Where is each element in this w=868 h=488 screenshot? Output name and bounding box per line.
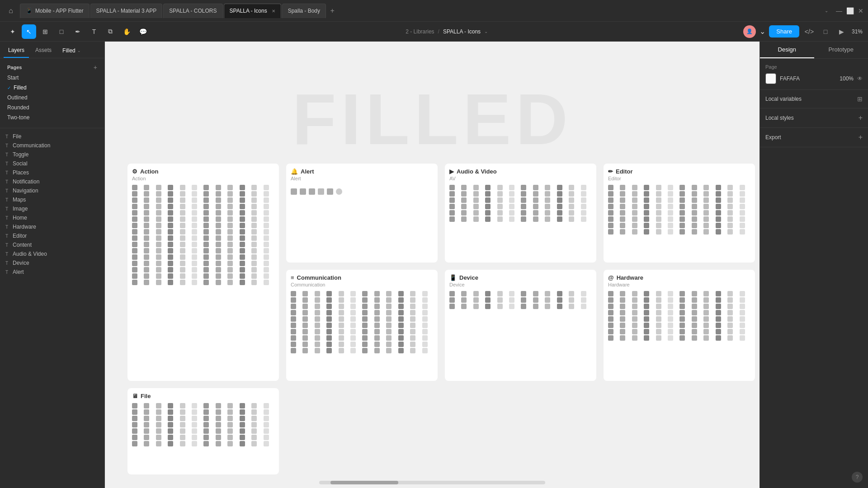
tab-icons[interactable]: SPALLA - Icons ✕ [224, 4, 281, 18]
icon-cell [168, 210, 173, 216]
icon-cell [679, 323, 685, 328]
select-tool[interactable]: ↖ [22, 24, 36, 39]
layer-home[interactable]: T Home [0, 213, 104, 222]
icon-cell [509, 304, 514, 309]
figma-menu-button[interactable]: ✦ [5, 24, 20, 39]
icon-cell [168, 229, 173, 235]
layer-audio-video[interactable]: T Audio & Video [0, 249, 104, 258]
tab-colors[interactable]: SPALLA - COLORS [163, 4, 222, 18]
page-color-swatch[interactable] [765, 73, 776, 84]
icon-cell [216, 229, 221, 235]
add-page-button[interactable]: + [94, 64, 97, 71]
component-tool[interactable]: ⧉ [103, 24, 118, 39]
tab-filled-filter[interactable]: Filled ⌄ [58, 46, 85, 57]
icon-cell [727, 223, 733, 228]
layer-places[interactable]: T Places [0, 168, 104, 177]
comment-tool[interactable]: 💬 [136, 24, 150, 39]
icon-cell [315, 310, 320, 315]
pen-tool[interactable]: ✒ [71, 24, 85, 39]
add-style-button[interactable]: + [859, 114, 863, 122]
shape-tool[interactable]: □ [54, 24, 69, 39]
page-two-tone[interactable]: Two-tone [4, 113, 101, 122]
minimize-button[interactable]: — [835, 7, 843, 14]
icon-cell [410, 316, 415, 322]
share-button[interactable]: Share [769, 25, 799, 38]
tab-mobile-app[interactable]: 📱 Mobile - APP Flutter [20, 4, 90, 18]
code-icon[interactable]: </> [803, 25, 816, 38]
horizontal-scrollbar[interactable] [319, 481, 545, 484]
tab-design[interactable]: Design [760, 42, 814, 58]
play-icon[interactable]: ▶ [835, 25, 848, 38]
hand-tool[interactable]: ✋ [119, 24, 134, 39]
variables-icon[interactable]: ⊞ [857, 95, 863, 103]
frame-tool[interactable]: ⊞ [38, 24, 52, 39]
icon-cell [703, 216, 709, 222]
help-button[interactable]: ? [852, 472, 863, 483]
layer-file[interactable]: T File [0, 132, 104, 141]
icon-cell [668, 191, 673, 197]
icon-cell [227, 273, 233, 279]
tab-material[interactable]: SPALLA - Material 3 APP [90, 4, 163, 18]
home-icon[interactable]: ⌂ [4, 4, 18, 18]
maximize-button[interactable]: ⬜ [846, 7, 854, 14]
communication-group: @ Hardware Hardware [604, 270, 755, 381]
alert-group: 🔔 Alert Alert [286, 164, 438, 263]
layer-communication[interactable]: T Communication [0, 141, 104, 150]
zoom-level[interactable]: 31% [852, 28, 863, 35]
close-icon[interactable]: ✕ [272, 9, 275, 14]
layer-content[interactable]: T Content [0, 240, 104, 249]
icon-cell [703, 297, 709, 303]
page-filled[interactable]: ✓ Filled [4, 83, 101, 93]
text-tool[interactable]: T [87, 24, 101, 39]
icon-cell [740, 310, 745, 315]
icon-cell [679, 216, 685, 222]
icon-cell [632, 310, 637, 315]
add-tab-button[interactable]: + [327, 5, 338, 16]
layer-editor[interactable]: T Editor [0, 231, 104, 240]
layer-hardware[interactable]: T Hardware [0, 222, 104, 231]
page-start[interactable]: Start [4, 73, 101, 83]
icon-cell [569, 291, 574, 296]
icon-cell [620, 323, 625, 328]
add-export-button[interactable]: + [859, 133, 863, 141]
layer-alert[interactable]: T Alert [0, 267, 104, 277]
layer-device[interactable]: T Device [0, 258, 104, 267]
icon-cell [300, 188, 306, 195]
layer-notification[interactable]: T Notification [0, 177, 104, 186]
present-icon[interactable]: □ [819, 25, 832, 38]
page-outlined[interactable]: Outlined [4, 93, 101, 103]
breadcrumb-libraries[interactable]: 2 - Libraries [406, 28, 434, 35]
icon-cell [509, 297, 514, 303]
icon-cell [132, 267, 137, 272]
tab-prototype[interactable]: Prototype [814, 42, 868, 58]
icon-cell [716, 204, 721, 209]
icon-cell [168, 428, 173, 434]
chevron-down-icon[interactable]: ⌄ [760, 27, 765, 36]
chevron-down-icon[interactable]: ⌄ [484, 29, 488, 34]
close-button[interactable]: ✕ [857, 7, 864, 14]
eye-icon[interactable]: 👁 [857, 75, 863, 82]
icon-cell [509, 185, 514, 190]
canvas[interactable]: FILLED ⚙ Action Action // Will be render… [105, 42, 760, 488]
tab-body[interactable]: Spalla - Body [282, 4, 326, 18]
icon-cell [509, 204, 514, 209]
layer-image[interactable]: T Image [0, 204, 104, 213]
tab-assets[interactable]: Assets [31, 45, 56, 58]
icon-cell [203, 204, 209, 209]
scrollbar-thumb[interactable] [330, 481, 398, 484]
icon-cell [461, 210, 467, 216]
icon-cell [216, 441, 221, 446]
tab-layers[interactable]: Layers [4, 45, 29, 58]
chevron-down-icon[interactable]: ⌄ [825, 8, 828, 13]
icon-cell [374, 329, 380, 334]
layer-navigation[interactable]: T Navigation [0, 186, 104, 195]
page-rounded[interactable]: Rounded [4, 103, 101, 113]
icon-cell [144, 210, 149, 216]
icon-cell [533, 304, 538, 309]
layer-toggle[interactable]: T Toggle [0, 150, 104, 159]
layer-social[interactable]: T Social [0, 159, 104, 168]
icon-cell [291, 323, 296, 328]
icon-cell [291, 316, 296, 322]
icon-cell [581, 197, 586, 203]
layer-maps[interactable]: T Maps [0, 195, 104, 204]
